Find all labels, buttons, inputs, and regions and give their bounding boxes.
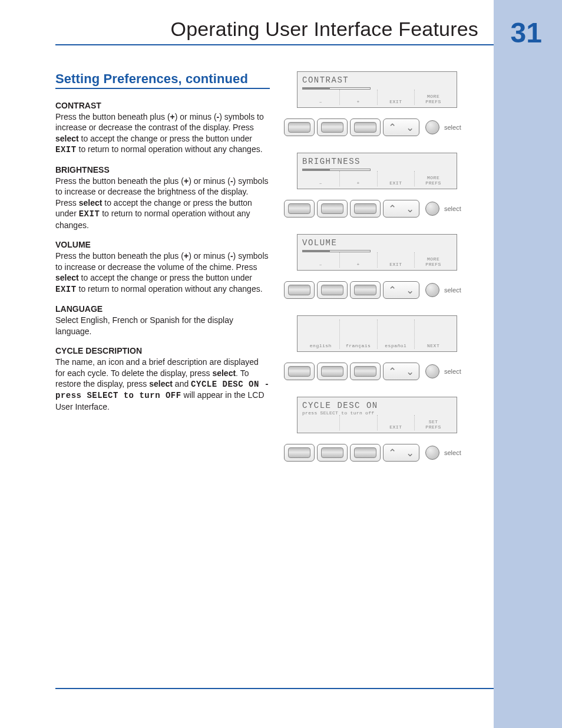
- softkey-plus: +: [340, 171, 378, 186]
- softkey-plus: +: [340, 90, 378, 105]
- lcd-volume: VOLUME – + EXIT MOREPREFS: [297, 234, 457, 271]
- up-down-rocker[interactable]: ⌃⌄: [383, 200, 419, 218]
- soft-button-2[interactable]: [317, 444, 348, 462]
- softkey-blank: [340, 415, 378, 430]
- lcd-softkey-row: – + EXIT MOREPREFS: [302, 90, 452, 105]
- chevron-down-icon: ⌄: [406, 448, 414, 458]
- softkey-english: english: [302, 319, 340, 349]
- softkey-more-prefs: MOREPREFS: [415, 171, 452, 186]
- text: PREFS: [425, 425, 441, 430]
- soft-button-3[interactable]: [350, 281, 381, 299]
- exit-word: EXIT: [55, 145, 77, 154]
- chevron-up-icon: ⌃: [388, 285, 396, 295]
- button-row: ⌃⌄ select: [284, 281, 494, 299]
- text: PREFS: [425, 100, 441, 104]
- soft-button-1[interactable]: [284, 444, 315, 462]
- lcd-title: VOLUME: [302, 238, 452, 248]
- softkey-exit: EXIT: [378, 415, 415, 430]
- softkey-minus: –: [302, 171, 340, 186]
- language-body: Select English, French or Spanish for th…: [55, 315, 270, 337]
- cycle-heading: CYCLE DESCRIPTION: [55, 346, 270, 355]
- text: PREFS: [425, 181, 441, 186]
- select-button[interactable]: [425, 364, 439, 378]
- soft-button-2[interactable]: [317, 118, 348, 136]
- lcd-softkey-row: – + EXIT MOREPREFS: [302, 252, 452, 268]
- chevron-down-icon: ⌄: [406, 123, 414, 133]
- lcd-softkey-row: EXIT SETPREFS: [302, 415, 452, 430]
- text-column: Setting Preferences, continued CONTRAST …: [55, 71, 270, 478]
- softkey-more-prefs: MOREPREFS: [415, 90, 452, 105]
- brightness-body: Press the button beneath the plus (+) or…: [55, 176, 270, 230]
- text: and: [173, 379, 191, 388]
- text: Press the button beneath the plus (: [55, 251, 184, 261]
- select-word: select: [149, 379, 173, 388]
- select-label: select: [444, 368, 461, 375]
- select-button[interactable]: [425, 446, 439, 460]
- up-down-rocker[interactable]: ⌃⌄: [383, 444, 419, 462]
- text: to accept the change or press the button…: [79, 134, 252, 143]
- lcd-softkey-row: – + EXIT MOREPREFS: [302, 171, 452, 186]
- cycle-body: The name, an icon and a brief descriptio…: [55, 357, 270, 412]
- soft-button-1[interactable]: [284, 118, 315, 136]
- select-word: select: [79, 198, 103, 207]
- button-row: ⌃⌄ select: [284, 200, 494, 218]
- soft-button-1[interactable]: [284, 281, 315, 299]
- select-label: select: [444, 286, 461, 294]
- lcd-contrast: CONTRAST – + EXIT MOREPREFS: [297, 71, 457, 108]
- page-title: Operating User Interface Features: [55, 18, 494, 41]
- page-header: Operating User Interface Features: [55, 18, 494, 45]
- lcd-slider-fill: [303, 88, 330, 89]
- section-heading: Setting Preferences, continued: [55, 71, 270, 89]
- softkey-set-prefs: SETPREFS: [415, 415, 452, 430]
- page-side-strip: [494, 0, 562, 728]
- soft-button-1[interactable]: [284, 200, 315, 218]
- softkey-minus: –: [302, 252, 340, 268]
- lcd-title: BRIGHTNESS: [302, 157, 452, 166]
- plus-symbol: +: [170, 112, 175, 121]
- volume-heading: VOLUME: [55, 240, 270, 249]
- select-word: select: [212, 368, 236, 378]
- soft-button-3[interactable]: [350, 200, 381, 218]
- chevron-up-icon: ⌃: [388, 367, 396, 377]
- select-button[interactable]: [425, 120, 439, 134]
- exit-word: EXIT: [79, 209, 100, 219]
- soft-button-2[interactable]: [317, 281, 348, 299]
- select-button[interactable]: [425, 202, 439, 216]
- lcd-title: CYCLE DESC ON: [302, 401, 452, 410]
- soft-button-2[interactable]: [317, 363, 348, 380]
- select-button[interactable]: [425, 283, 439, 297]
- language-heading: LANGUAGE: [55, 304, 270, 314]
- softkey-minus: –: [302, 90, 340, 105]
- lcd-title: CONTRAST: [302, 75, 452, 85]
- soft-button-3[interactable]: [350, 118, 381, 136]
- soft-button-3[interactable]: [350, 444, 381, 462]
- lcd-softkey-row: english français español NEXT: [302, 319, 452, 349]
- text: to accept the change or press the button…: [79, 273, 252, 282]
- softkey-exit: EXIT: [378, 252, 415, 268]
- softkey-next: NEXT: [415, 319, 452, 349]
- soft-button-3[interactable]: [350, 363, 381, 380]
- select-word: select: [55, 273, 79, 282]
- lcd-cycle-desc: CYCLE DESC ON press SELECT to turn off E…: [297, 397, 457, 433]
- chevron-down-icon: ⌄: [406, 285, 414, 295]
- soft-button-1[interactable]: [284, 363, 315, 380]
- up-down-rocker[interactable]: ⌃⌄: [383, 118, 419, 136]
- plus-symbol: +: [184, 251, 189, 261]
- softkey-exit: EXIT: [378, 171, 415, 186]
- up-down-rocker[interactable]: ⌃⌄: [383, 363, 419, 380]
- text: PREFS: [425, 262, 441, 267]
- up-down-rocker[interactable]: ⌃⌄: [383, 281, 419, 299]
- text: to return to normal operation without an…: [77, 284, 263, 294]
- plus-symbol: +: [184, 176, 189, 186]
- text: to return to normal operation without an…: [77, 144, 263, 154]
- text: ) or minus (: [175, 112, 217, 121]
- lcd-slider-fill: [303, 169, 330, 170]
- soft-button-2[interactable]: [317, 200, 348, 218]
- volume-body: Press the button beneath the plus (+) or…: [55, 251, 270, 295]
- lcd-brightness: BRIGHTNESS – + EXIT MOREPREFS: [297, 153, 457, 189]
- contrast-body: Press the button beneath plus (+) or min…: [55, 111, 270, 156]
- button-row: ⌃⌄ select: [284, 118, 494, 136]
- lcd-slider-fill: [303, 251, 330, 252]
- select-word: select: [55, 134, 79, 143]
- text: Press the button beneath the plus (: [55, 176, 184, 186]
